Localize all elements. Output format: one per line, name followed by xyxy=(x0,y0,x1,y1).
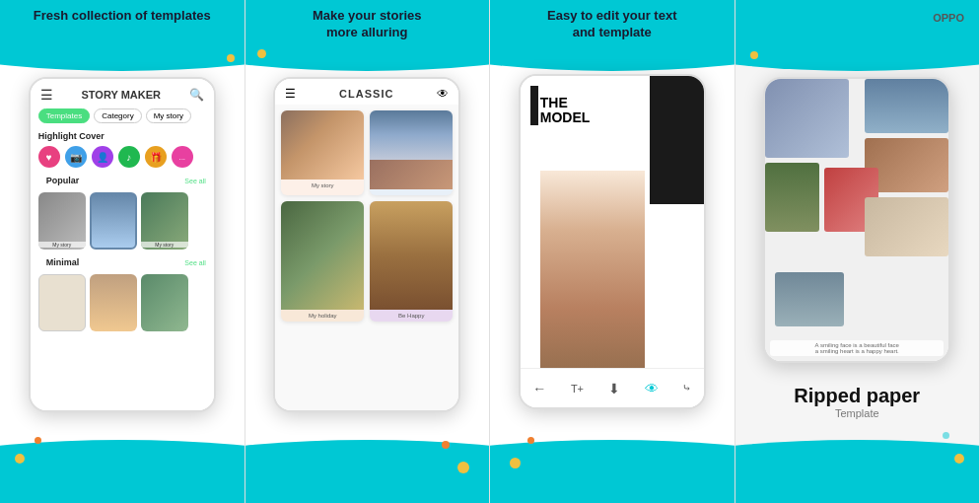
model-image-area: THEMODEL xyxy=(521,76,704,368)
collage-area: A smiling face is a beautiful facea smil… xyxy=(765,79,948,361)
dot-decoration xyxy=(457,462,469,473)
phone-mockup-2: ☰ CLASSIC 👁 My story xyxy=(273,77,460,412)
card-classic-2-img2 xyxy=(370,160,453,189)
popular-label: Popular xyxy=(38,174,88,187)
popular-thumbnails: My story My story xyxy=(31,189,214,253)
dot-decoration xyxy=(510,458,521,468)
see-all-minimal[interactable]: See all xyxy=(184,259,205,266)
panel-fresh-templates: Fresh collection of templates ☰ STORY MA… xyxy=(0,0,245,503)
collage-photo-7 xyxy=(775,272,844,326)
collage-photo-4 xyxy=(765,163,819,232)
card-myholiday[interactable]: My holiday xyxy=(281,201,364,322)
eye-icon[interactable]: 👁 xyxy=(437,87,449,101)
minimal-thumbnails xyxy=(31,271,214,335)
hi-icon-camera[interactable]: 📷 xyxy=(65,146,87,168)
card-behappy-img xyxy=(370,201,453,310)
phone-mockup-3: THEMODEL ← T+ ⬇ 👁 ⤷ xyxy=(519,74,706,409)
phone-mockup-4: A smiling face is a beautiful facea smil… xyxy=(763,77,950,363)
phone3-toolbar: ← T+ ⬇ 👁 ⤷ xyxy=(521,368,704,407)
card-mystory-img xyxy=(281,110,364,180)
collage-photo-2 xyxy=(865,79,948,133)
panel3-label: Easy to edit your textand template xyxy=(490,8,735,41)
dot-decoration xyxy=(35,437,41,444)
phone1-header: ☰ STORY MAKER 🔍 xyxy=(31,79,214,107)
hamburger-icon-2[interactable]: ☰ xyxy=(285,87,296,101)
ripped-paper-subtitle: Template xyxy=(735,407,980,419)
panel2-label: Make your storiesmore alluring xyxy=(245,8,490,41)
panel-ripped-paper: OPPO A smiling face is a beautiful facea… xyxy=(735,0,981,503)
splash-bottom-1 xyxy=(0,424,245,503)
classic-row-1: My story xyxy=(281,110,453,195)
dot-decoration xyxy=(227,54,235,62)
tab-bar-1: Templates Category My story xyxy=(31,107,214,129)
thumb-popular-2[interactable] xyxy=(90,192,137,250)
download-icon[interactable]: ⬇ xyxy=(608,381,620,396)
highlight-cover-label: Highlight Cover xyxy=(31,129,214,143)
hamburger-icon[interactable]: ☰ xyxy=(40,87,53,103)
hi-icon-more[interactable]: ... xyxy=(172,146,193,168)
search-icon[interactable]: 🔍 xyxy=(189,88,204,102)
app-title-1: STORY MAKER xyxy=(59,89,183,101)
splash-bottom-3 xyxy=(490,424,735,503)
dot-decoration xyxy=(15,454,25,464)
hi-icon-heart[interactable]: ♥ xyxy=(38,146,60,168)
hi-icon-music[interactable]: ♪ xyxy=(118,146,140,168)
classic-row-2: My holiday Be Happy xyxy=(281,201,453,322)
brand-logo: OPPO xyxy=(933,12,964,24)
card-classic-2-label xyxy=(370,189,453,195)
dot-decoration xyxy=(943,432,949,439)
thumb-minimal-1[interactable] xyxy=(38,274,86,331)
thumb-popular-1[interactable]: My story xyxy=(38,192,86,250)
card-classic-2-img xyxy=(370,110,453,160)
popular-section-row: Popular See all xyxy=(31,172,214,189)
card-myholiday-label: My holiday xyxy=(281,310,364,322)
dot-decoration xyxy=(527,437,534,444)
share-icon[interactable]: ⤷ xyxy=(682,382,691,395)
card-mystory[interactable]: My story xyxy=(281,110,364,195)
below-phone-area: Ripped paper Template xyxy=(735,385,980,419)
thumb-minimal-3[interactable] xyxy=(141,274,188,331)
classic-grid: My story My holiday xyxy=(275,105,458,327)
dot-decoration xyxy=(257,49,266,58)
model-white-accent xyxy=(530,86,538,125)
hi-icon-person[interactable]: 👤 xyxy=(92,146,113,168)
collage-photo-1 xyxy=(765,79,849,158)
card-myholiday-img xyxy=(281,201,364,310)
back-icon[interactable]: ← xyxy=(532,381,546,396)
thumb-minimal-2[interactable] xyxy=(90,274,137,331)
card-behappy-label: Be Happy xyxy=(370,310,453,322)
card-classic-2[interactable] xyxy=(370,110,453,195)
classic-title: CLASSIC xyxy=(302,88,431,100)
tab-mystory[interactable]: My story xyxy=(146,108,191,123)
dot-decoration xyxy=(442,441,450,449)
phone-mockup-1: ☰ STORY MAKER 🔍 Templates Category My st… xyxy=(29,77,216,412)
card-mystory-label: My story xyxy=(281,180,364,191)
phone2-header: ☰ CLASSIC 👁 xyxy=(275,79,458,105)
dot-decoration xyxy=(954,454,964,464)
thumb-label-3: My story xyxy=(141,242,188,248)
collage-photo-6 xyxy=(865,197,948,256)
splash-bottom-2 xyxy=(245,424,490,503)
dot-decoration xyxy=(750,51,758,59)
tab-templates[interactable]: Templates xyxy=(38,108,90,123)
thumb-popular-3[interactable]: My story xyxy=(141,192,188,250)
panel1-label: Fresh collection of templates xyxy=(0,8,245,25)
card-behappy[interactable]: Be Happy xyxy=(370,201,453,322)
tab-category[interactable]: Category xyxy=(94,108,141,123)
preview-icon[interactable]: 👁 xyxy=(645,381,659,396)
panel-model: Easy to edit your textand template THEMO… xyxy=(490,0,735,503)
thumb-label-1: My story xyxy=(38,242,86,248)
model-photo xyxy=(540,171,645,368)
minimal-label: Minimal xyxy=(38,255,88,269)
ripped-paper-title: Ripped paper xyxy=(735,385,980,407)
photo-caption: A smiling face is a beautiful facea smil… xyxy=(770,340,944,356)
highlight-icons: ♥ 📷 👤 ♪ 🎁 ... xyxy=(31,143,214,172)
model-black-accent xyxy=(650,76,704,204)
text-icon[interactable]: T+ xyxy=(571,383,584,395)
panel-classic: Make your storiesmore alluring ☰ CLASSIC… xyxy=(245,0,491,503)
see-all-popular[interactable]: See all xyxy=(184,178,205,184)
hi-icon-gift[interactable]: 🎁 xyxy=(145,146,167,168)
model-title: THEMODEL xyxy=(540,96,591,126)
minimal-section-row: Minimal See all xyxy=(31,253,214,271)
